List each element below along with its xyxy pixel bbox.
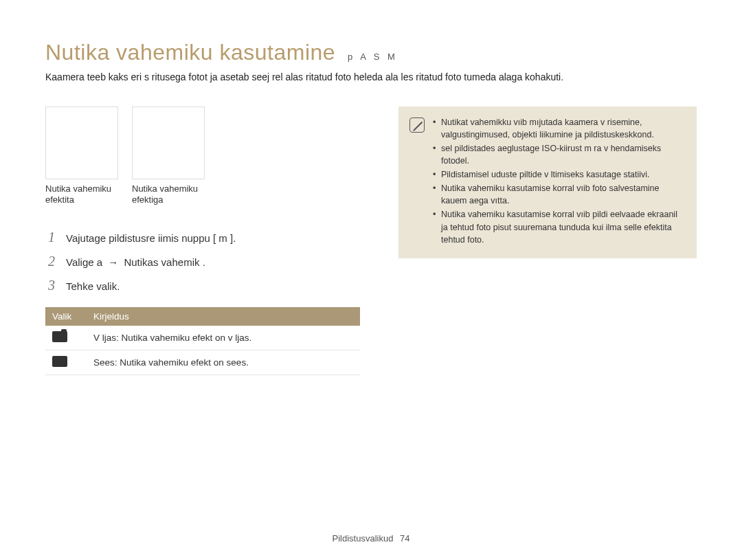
option-label: Sees	[93, 357, 115, 368]
step-text: Tehke valik.	[66, 280, 120, 292]
col-description: Kirjeldus	[87, 307, 360, 326]
step-number: 3	[45, 278, 55, 293]
thumbnail-with-effect	[132, 107, 205, 179]
note-item: Nutikat vahemikku vıib mıjutada kaamera …	[433, 116, 686, 141]
note-item: Pildistamisel uduste piltide v ltimiseks…	[433, 168, 686, 181]
caption-without: Nutika vahemiku efektita	[45, 183, 118, 207]
option-label: V ljas	[93, 333, 116, 343]
right-column: Nutikat vahemikku vıib mıjutada kaamera …	[398, 107, 697, 258]
step-number: 2	[45, 254, 55, 269]
title-row: Nutika vahemiku kasutamine p A S M	[45, 40, 697, 65]
thumbnail-captions: Nutika vahemiku efektita Nutika vahemiku…	[45, 183, 360, 207]
note-icon	[409, 117, 425, 133]
intro-text: Kaamera teeb kaks eri s ritusega fotot j…	[45, 71, 697, 85]
step-text: Vajutage pildistusre iimis nuppu [ m ].	[66, 232, 236, 244]
step-number: 1	[45, 229, 55, 245]
thumbnail-without-effect	[45, 107, 118, 179]
page-title: Nutika vahemiku kasutamine	[45, 40, 335, 65]
step-suffix: Nutikas vahemik .	[121, 256, 205, 268]
table-row: Sees: Nutika vahemiku efekt on sees.	[45, 350, 360, 375]
note-item: Nutika vahemiku kasutamise korral vıib f…	[433, 182, 686, 207]
footer-page-number: 74	[400, 533, 409, 544]
step-1: 1 Vajutage pildistusre iimis nuppu [ m ]…	[45, 225, 360, 249]
steps-list: 1 Vajutage pildistusre iimis nuppu [ m ]…	[45, 225, 360, 298]
option-desc-text: : Nutika vahemiku efekt on v ljas.	[116, 333, 251, 343]
arrow-icon: →	[108, 256, 118, 268]
caption-with: Nutika vahemiku efektiga	[132, 183, 205, 207]
option-desc-text: : Nutika vahemiku efekt on sees.	[115, 357, 249, 368]
option-icon-cell	[45, 326, 87, 350]
step-2: 2 Valige a → Nutikas vahemik .	[45, 249, 360, 273]
col-option: Valik	[45, 307, 87, 326]
thumbnail-row	[45, 107, 360, 179]
step-prefix: Valige a	[66, 256, 105, 268]
smart-range-off-icon	[52, 331, 67, 342]
step-3: 3 Tehke valik.	[45, 273, 360, 298]
table-row: V ljas: Nutika vahemiku efekt on v ljas.	[45, 326, 360, 350]
note-item: Nutika vahemiku kasutamise korral vıib p…	[433, 208, 686, 245]
content-columns: Nutika vahemiku efektita Nutika vahemiku…	[45, 107, 697, 376]
mode-indicators: p A S M	[348, 52, 398, 62]
note-list: Nutikat vahemikku vıib mıjutada kaamera …	[433, 116, 686, 247]
smart-range-on-icon	[52, 356, 67, 367]
option-icon-cell	[45, 350, 87, 375]
options-table: Valik Kirjeldus V ljas: Nutika vahemiku …	[45, 307, 360, 375]
option-desc: V ljas: Nutika vahemiku efekt on v ljas.	[87, 326, 360, 350]
step-text: Valige a → Nutikas vahemik .	[66, 256, 205, 268]
footer-section: Pildistusvalikud	[333, 533, 394, 544]
page-footer: Pildistusvalikud 74	[0, 533, 742, 544]
note-box: Nutikat vahemikku vıib mıjutada kaamera …	[398, 107, 697, 258]
left-column: Nutika vahemiku efektita Nutika vahemiku…	[45, 107, 360, 376]
note-item: sel pildistades aeglustage ISO-kiirust m…	[433, 142, 686, 167]
option-desc: Sees: Nutika vahemiku efekt on sees.	[87, 350, 360, 375]
table-header-row: Valik Kirjeldus	[45, 307, 360, 326]
